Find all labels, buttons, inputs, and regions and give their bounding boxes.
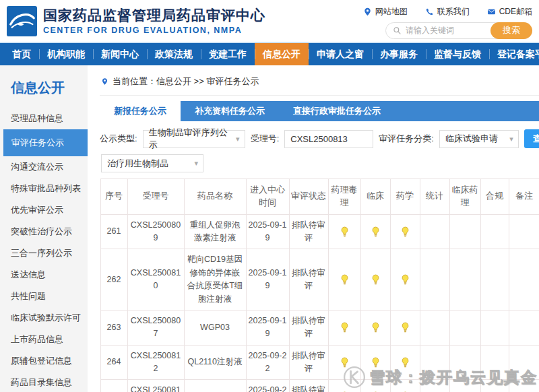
query-button[interactable]: 查询 [524, 129, 539, 148]
bulb-icon [400, 322, 410, 333]
col-header: 药理毒理 [328, 179, 360, 215]
cell-entry-date: 2025-09-19 [246, 249, 289, 311]
search-button[interactable]: 搜索 [490, 22, 532, 39]
cell-review-empty [449, 214, 480, 249]
sidebar-item-4[interactable]: 特殊审批品种列表 [0, 178, 88, 199]
nav-item-1[interactable]: 首页 [4, 43, 39, 65]
cell-review-bulb [328, 214, 360, 249]
task-type-select[interactable]: 临床试验申请▾ [439, 130, 519, 148]
tab-2[interactable]: 补充资料任务公示 [181, 101, 279, 121]
cell-review-empty [480, 214, 509, 249]
map-pin-icon [363, 7, 372, 16]
sidebar-item-13[interactable]: 药品目录集信息 [0, 372, 88, 392]
cell-entry-date: 2025-09-19 [246, 214, 289, 249]
cell-review-empty [420, 345, 449, 380]
header-link-mail[interactable]: CDE邮箱 [487, 6, 532, 18]
cell-review-empty [420, 214, 449, 249]
nav-item-5[interactable]: 党建工作 [201, 43, 255, 65]
sidebar-item-10[interactable]: 临床试验默示许可 [0, 307, 88, 329]
table-body: 261CXSL2500809重组人促卵泡激素注射液2025-09-19排队待审评… [100, 214, 539, 392]
nav-item-6[interactable]: 信息公开 [255, 43, 309, 65]
header-link-map-pin[interactable]: 网站地图 [363, 6, 408, 18]
sidebar-item-5[interactable]: 优先审评公示 [0, 199, 88, 221]
nav-item-10[interactable]: 登记备案平台 [489, 43, 539, 65]
site-search: 搜索 [385, 22, 532, 39]
quick-links: 网站地图联系我们CDE邮箱 [363, 6, 532, 18]
cell-drug-name: QL2110注射液 [184, 345, 246, 380]
cell-review-empty [480, 345, 509, 380]
bulb-icon [400, 357, 410, 368]
sidebar-item-3[interactable]: 沟通交流公示 [0, 156, 88, 178]
cell-status: 排队待审评 [289, 345, 328, 380]
bulb-icon [371, 226, 381, 238]
col-header: 序号 [100, 179, 127, 215]
cell-review-empty [509, 345, 539, 380]
task-type-label: 审评任务分类: [379, 133, 434, 145]
sidebar-item-1[interactable]: 受理品种信息 [0, 108, 88, 129]
review-task-table: 序号受理号药品名称进入中心时间审评状态药理毒理临床药学统计临床药理合规备注 26… [100, 178, 539, 392]
cell-review-bulb [390, 249, 420, 311]
cell-review-empty [480, 249, 509, 311]
location-pin-icon [101, 77, 108, 86]
cell-review-empty [509, 214, 539, 249]
cde-logo-icon [7, 6, 37, 36]
sidebar-item-9[interactable]: 共性问题 [0, 286, 88, 307]
cell-drug-name: WGP03 [184, 310, 246, 345]
header-link-phone[interactable]: 联系我们 [425, 6, 470, 18]
cell-review-bulb [360, 214, 390, 249]
table-head: 序号受理号药品名称进入中心时间审评状态药理毒理临床药学统计临床药理合规备注 [100, 179, 539, 215]
nav-item-2[interactable]: 机构职能 [39, 43, 93, 65]
nav-item-7[interactable]: 申请人之窗 [309, 43, 372, 65]
chevron-down-icon: ▾ [194, 159, 198, 168]
cell-review-bulb [328, 249, 360, 311]
cell-review-empty [480, 310, 509, 345]
site-subtitle: CENTER FOR DRUG EVALUATION, NMPA [43, 26, 265, 35]
public-type-select[interactable]: 生物制品审评序列公示▾ [143, 130, 245, 148]
cell-review-bulb [360, 380, 390, 392]
bulb-icon [371, 322, 381, 333]
col-header: 备注 [509, 179, 539, 215]
brand: 国家药品监督管理局药品审评中心 CENTER FOR DRUG EVALUATI… [7, 6, 265, 36]
table-row: 262CXSL2500810靶向CD19基因修饰的异体嵌合抗原受体T细胞注射液2… [100, 249, 539, 311]
col-header: 药学 [390, 179, 420, 215]
cell-acceptance-no: CXSL2500812 [127, 345, 184, 380]
cell-seq: 265 [100, 380, 127, 392]
tab-3[interactable]: 直接行政审批任务公示 [279, 101, 395, 121]
site-title: 国家药品监督管理局药品审评中心 [43, 7, 265, 24]
cell-acceptance-no: CXSL2500811 [127, 380, 184, 392]
table-row: 261CXSL2500809重组人促卵泡激素注射液2025-09-19排队待审评 [100, 214, 539, 249]
nav-item-3[interactable]: 新闻中心 [93, 43, 147, 65]
search-input[interactable] [406, 26, 486, 35]
sidebar-item-2[interactable]: 审评任务公示 [3, 129, 88, 156]
cell-review-bulb [390, 380, 420, 392]
sidebar-item-12[interactable]: 原辅包登记信息 [0, 350, 88, 372]
cell-review-empty [420, 310, 449, 345]
bulb-icon [400, 226, 410, 238]
cell-seq: 262 [100, 249, 127, 311]
tab-1[interactable]: 新报任务公示 [100, 101, 181, 121]
bulb-icon [400, 274, 410, 286]
table-row: 264CXSL2500812QL2110注射液2025-09-22排队待审评 [100, 345, 539, 380]
cell-seq: 264 [100, 345, 127, 380]
content: 信息公开 受理品种信息审评任务公示沟通交流公示特殊审批品种列表优先审评公示突破性… [0, 65, 539, 392]
sidebar-item-7[interactable]: 三合一序列公示 [0, 242, 88, 264]
sidebar-item-8[interactable]: 送达信息 [0, 264, 88, 286]
cell-review-empty [449, 380, 480, 392]
cell-review-bulb [328, 345, 360, 380]
nav-item-8[interactable]: 办事服务 [372, 43, 426, 65]
bulb-icon [371, 357, 381, 368]
cell-entry-date: 2025-09-22 [246, 345, 289, 380]
sidebar-title: 信息公开 [0, 65, 88, 108]
bulb-icon [340, 322, 350, 333]
nav-item-9[interactable]: 监督与反馈 [426, 43, 489, 65]
sidebar-item-11[interactable]: 上市药品信息 [0, 329, 88, 350]
cell-entry-date: 2025-09-19 [246, 310, 289, 345]
sidebar-item-6[interactable]: 突破性治疗公示 [0, 221, 88, 242]
phone-icon [425, 7, 434, 16]
col-header: 临床 [360, 179, 390, 215]
cell-review-empty [420, 249, 449, 311]
page: 国家药品监督管理局药品审评中心 CENTER FOR DRUG EVALUATI… [0, 0, 539, 392]
nav-item-4[interactable]: 政策法规 [147, 43, 201, 65]
acceptance-input[interactable] [284, 130, 373, 148]
sub-type-select[interactable]: 治疗用生物制品▾ [101, 154, 203, 172]
